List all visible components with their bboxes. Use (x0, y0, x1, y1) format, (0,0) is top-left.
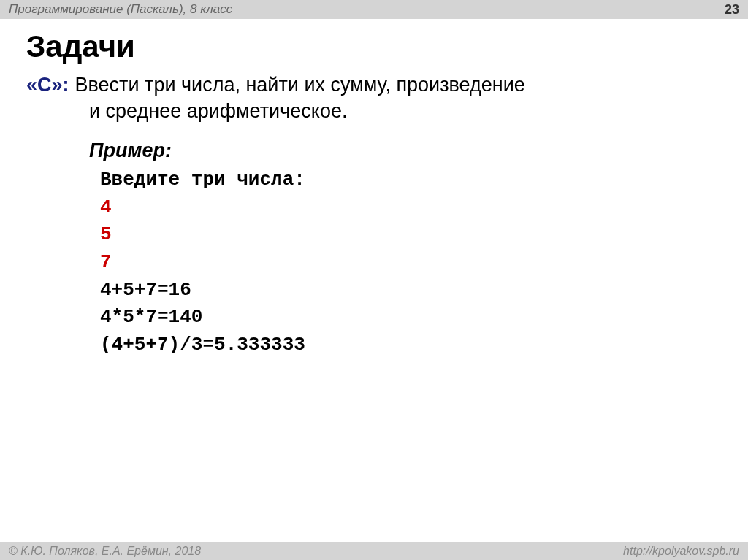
page-number: 23 (725, 2, 739, 18)
code-line-3: 7 (100, 249, 722, 277)
slide-title: Задачи (26, 29, 722, 64)
code-line-1: 4 (100, 194, 722, 222)
task-block: «C»: Ввести три числа, найти их сумму, п… (26, 72, 722, 125)
example-block: Пример: Введите три числа: 4 5 7 4+5+7=1… (89, 139, 722, 359)
footer-right: http://kpolyakov.spb.ru (623, 545, 739, 558)
slide-footer: © К.Ю. Поляков, Е.А. Ерёмин, 2018 http:/… (0, 542, 748, 560)
code-line-5: 4*5*7=140 (100, 304, 722, 331)
slide-content: Задачи «C»: Ввести три числа, найти их с… (0, 29, 748, 359)
code-line-2: 5 (100, 221, 722, 249)
task-text-line2: и среднее арифметическое. (89, 98, 722, 124)
header-left: Программирование (Паскаль), 8 класс (9, 2, 232, 17)
code-line-4: 4+5+7=16 (100, 277, 722, 304)
code-line-0: Введите три числа: (100, 166, 722, 194)
slide-header: Программирование (Паскаль), 8 класс 23 (0, 0, 748, 19)
task-text-line1: Ввести три числа, найти их сумму, произв… (75, 72, 525, 98)
example-label: Пример: (89, 139, 722, 162)
task-first-line: «C»: Ввести три числа, найти их сумму, п… (26, 72, 722, 98)
footer-left: © К.Ю. Поляков, Е.А. Ерёмин, 2018 (9, 545, 201, 558)
code-line-6: (4+5+7)/3=5.333333 (100, 331, 722, 359)
task-label: «C»: (26, 72, 69, 98)
